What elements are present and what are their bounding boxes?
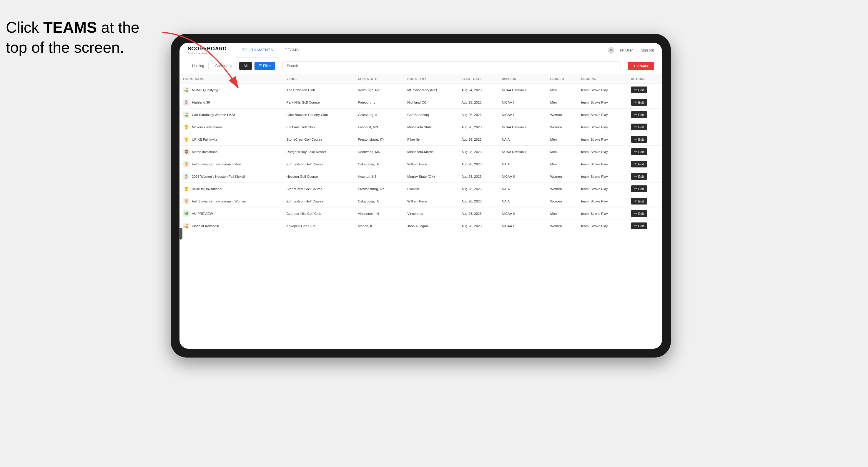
cell-venue: Park Hills Golf Course (283, 96, 354, 108)
cell-division: NAIA (498, 195, 547, 208)
cell-gender: Women (547, 195, 578, 208)
cell-venue: Faribault Golf Club (283, 121, 354, 133)
settings-icon[interactable]: ⚙ (608, 47, 614, 54)
edit-label: Edit (638, 150, 644, 154)
table-row: 🏆 upike fall invitational StoneCrest Gol… (180, 183, 662, 195)
cell-division: NAIA (498, 158, 547, 170)
edit-label: Edit (638, 162, 644, 166)
edit-button[interactable]: ✏ Edit (631, 87, 647, 93)
competing-filter-btn[interactable]: Competing (211, 62, 237, 70)
cell-hosted-by: Murray State (OK) (404, 170, 458, 183)
team-logo: 🦁 (183, 149, 189, 155)
cell-start-date: Aug 28, 2023 (458, 183, 498, 195)
header-right: ⚙ Test User | Sign out (608, 47, 654, 54)
filter-label: Filter (263, 64, 271, 68)
cell-city-state: Faribault, MN (354, 121, 404, 133)
cell-event-name: 🏆 Fall Statesmen Invitational - Women (180, 195, 283, 208)
cell-hosted-by: Minnesota State (404, 121, 458, 133)
event-name-text: upike fall invitational (192, 187, 222, 191)
cell-actions: ✏ Edit (627, 158, 662, 170)
edit-pencil-icon: ✏ (634, 162, 637, 166)
edit-button[interactable]: ✏ Edit (631, 99, 647, 106)
edit-pencil-icon: ✏ (634, 150, 637, 154)
table-row: 🏆 Maverick Invitational Faribault Golf C… (180, 121, 662, 133)
table-row: ⛳ Carl Sandburg Women FA23 Lake Bracken … (180, 108, 662, 121)
toolbar: Hosting Competing All ☰ Filter + Create (180, 58, 662, 74)
instruction-text: Click TEAMS at the top of the screen. (6, 18, 140, 57)
table-row: 🏆 UPIKE Fall Invite StoneCrest Golf Cour… (180, 133, 662, 146)
edit-pencil-icon: ✏ (634, 212, 637, 215)
cell-venue: Lake Bracken Country Club (283, 108, 354, 121)
edit-pencil-icon: ✏ (634, 175, 637, 178)
edit-button[interactable]: ✏ Edit (631, 198, 647, 205)
cell-division: NICAA I (498, 220, 547, 232)
edit-button[interactable]: ✏ Edit (631, 222, 647, 229)
table-container: EVENT NAME VENUE CITY, STATE HOSTED BY S… (180, 74, 662, 349)
cell-scoring: team, Stroke Play (578, 133, 627, 146)
edit-pencil-icon: ✏ (634, 199, 637, 203)
cell-scoring: team, Stroke Play (578, 208, 627, 220)
team-logo: ⛳ (183, 223, 189, 229)
edit-button[interactable]: ✏ Edit (631, 210, 647, 217)
cell-division: NICAA I (498, 96, 547, 108)
team-logo: 🏌 (183, 173, 189, 180)
team-logo: ⛳ (183, 87, 189, 93)
edit-label: Edit (638, 199, 644, 203)
team-logo: 🏆 (183, 124, 189, 130)
edit-pencil-icon: ✏ (634, 100, 637, 104)
app-header: SCOREBOARD Powered by clippit TOURNAMENT… (180, 43, 662, 58)
cell-hosted-by: Carl Sandburg (404, 108, 458, 121)
logo-area: SCOREBOARD Powered by clippit (188, 46, 227, 55)
create-btn[interactable]: + Create (628, 62, 654, 70)
cell-hosted-by: Highland CC (404, 96, 458, 108)
edit-label: Edit (638, 224, 644, 228)
team-logo: 🌿 (183, 210, 189, 217)
event-name-text: Highland 36 (192, 101, 210, 104)
table-body: ⛳ MSMC Qualifying 1 The Powelton Club Ne… (180, 84, 662, 232)
edit-button[interactable]: ✏ Edit (631, 148, 647, 155)
team-logo: 🏆 (183, 186, 189, 192)
edit-pencil-icon: ✏ (634, 125, 637, 129)
cell-event-name: 🏆 Fall Statesmen Invitational - Men (180, 158, 283, 170)
instruction-line3: top of the screen. (6, 39, 124, 56)
tablet-frame: SCOREBOARD Powered by clippit TOURNAMENT… (170, 34, 671, 357)
cell-city-state: Galesburg, IL (354, 108, 404, 121)
edit-button[interactable]: ✏ Edit (631, 124, 647, 130)
cell-gender: Men (547, 158, 578, 170)
filter-icon-btn[interactable]: ☰ Filter (254, 62, 275, 70)
cell-city-state: Prestonsburg, KY (354, 183, 404, 195)
cell-scoring: team, Stroke Play (578, 84, 627, 96)
edit-button[interactable]: ✏ Edit (631, 136, 647, 143)
col-hosted-by: HOSTED BY (404, 74, 458, 84)
edit-label: Edit (638, 212, 644, 215)
team-logo: 🏆 (183, 198, 189, 205)
cell-start-date: Aug 28, 2023 (458, 170, 498, 183)
cell-actions: ✏ Edit (627, 108, 662, 121)
event-name-text: VU PREVIEW (192, 212, 213, 215)
cell-division: NICAA II (498, 208, 547, 220)
edit-button[interactable]: ✏ Edit (631, 111, 647, 118)
col-scoring: SCORING (578, 74, 627, 84)
cell-start-date: Aug 26, 2023 (458, 108, 498, 121)
signout-link[interactable]: Sign out (641, 48, 654, 52)
cell-division: NCAA Division III (498, 146, 547, 158)
cell-gender: Men (547, 84, 578, 96)
edit-button[interactable]: ✏ Edit (631, 161, 647, 167)
tab-teams[interactable]: TEAMS (279, 43, 305, 57)
cell-gender: Men (547, 146, 578, 158)
edit-button[interactable]: ✏ Edit (631, 185, 647, 192)
all-filter-btn[interactable]: All (239, 62, 252, 70)
edit-pencil-icon: ✏ (634, 224, 637, 228)
cell-hosted-by: Mt. Saint Mary (NY) (404, 84, 458, 96)
cell-division: NCAA Division II (498, 121, 547, 133)
edit-button[interactable]: ✏ Edit (631, 173, 647, 180)
cell-city-state: Oskaloosa, IA (354, 158, 404, 170)
hosting-filter-btn[interactable]: Hosting (188, 62, 209, 70)
cell-gender: Men (547, 208, 578, 220)
team-logo: 🏆 (183, 161, 189, 167)
tab-tournaments[interactable]: TOURNAMENTS (236, 43, 279, 57)
sidebar-handle[interactable] (179, 228, 182, 240)
cell-gender: Women (547, 220, 578, 232)
search-input[interactable] (282, 62, 621, 70)
cell-city-state: Freeport, IL (354, 96, 404, 108)
